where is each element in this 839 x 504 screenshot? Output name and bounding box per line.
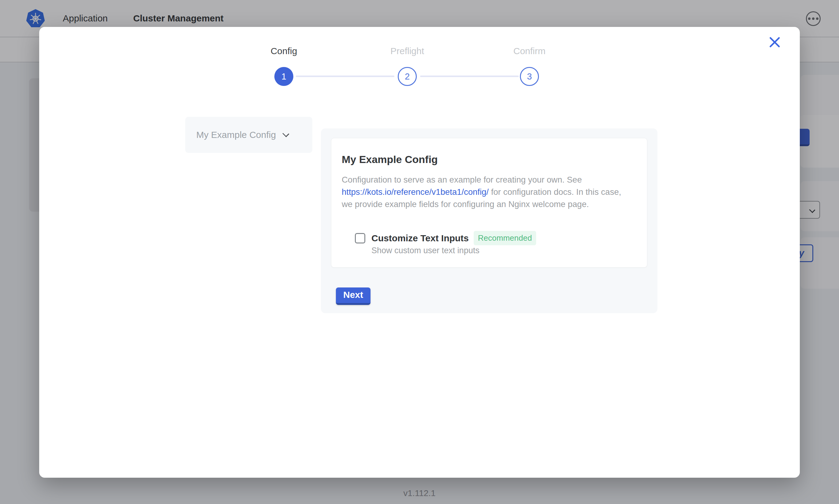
config-wizard-modal: Config Preflight Confirm 1 2 3 My Exampl… [39, 27, 800, 478]
step-circle-3: 3 [520, 67, 539, 86]
step-label-config: Config [244, 46, 324, 56]
config-group-selector-label: My Example Config [196, 130, 276, 140]
customize-text-inputs-help: Show custom user text inputs [372, 246, 480, 255]
config-group-selector[interactable]: My Example Config [185, 117, 312, 153]
config-panel: My Example Config Configuration to serve… [321, 128, 657, 313]
step-label-confirm: Confirm [490, 46, 569, 56]
customize-text-inputs-checkbox[interactable] [355, 233, 365, 244]
config-card: My Example Config Configuration to serve… [331, 138, 647, 268]
step-label-preflight: Preflight [367, 46, 447, 56]
config-section-title: My Example Config [342, 154, 438, 165]
config-docs-link[interactable]: https://kots.io/reference/v1beta1/config… [342, 187, 489, 197]
step-connector-line [420, 75, 519, 77]
chevron-down-icon [282, 130, 289, 137]
close-icon[interactable] [769, 37, 780, 48]
step-connector-line [296, 75, 394, 77]
recommended-badge: Recommended [474, 231, 536, 245]
config-section-description: Configuration to serve as an example for… [342, 174, 631, 211]
customize-text-inputs-label: Customize Text Inputs [372, 233, 469, 244]
customize-text-inputs-row: Customize Text Inputs Recommended [355, 231, 536, 245]
step-circle-2: 2 [398, 67, 417, 86]
step-circle-1: 1 [274, 67, 293, 86]
next-button[interactable]: Next [336, 287, 371, 305]
description-text: Configuration to serve as an example for… [342, 175, 582, 184]
